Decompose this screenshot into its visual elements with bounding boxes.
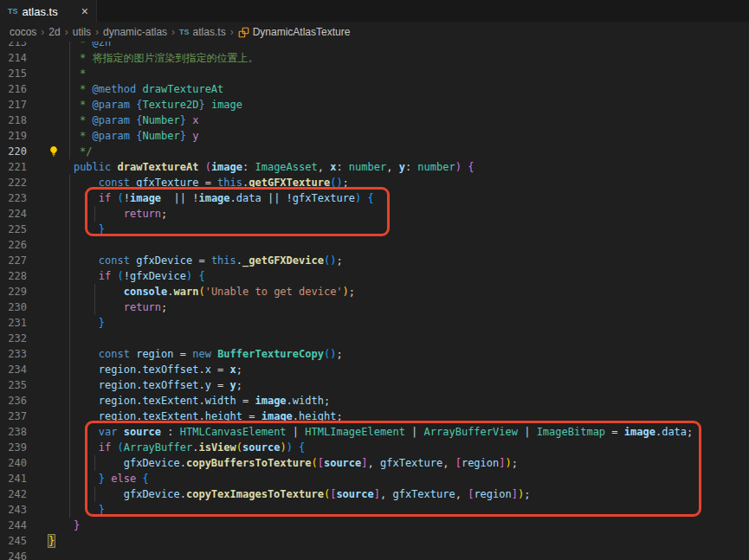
breadcrumb-item-cocos[interactable]: cocos xyxy=(10,26,36,38)
code-text: * @param {Number} y xyxy=(48,128,198,144)
code-text: const region = new BufferTextureCopy(); xyxy=(48,346,343,362)
code-line[interactable]: 242 gfxDevice.copyTexImagesToTexture([so… xyxy=(0,486,749,502)
code-line[interactable]: 230 return; xyxy=(0,299,749,315)
line-number: 220 xyxy=(0,144,43,159)
breadcrumb-item-file[interactable]: atlas.ts xyxy=(193,26,226,38)
code-line[interactable]: 225 } xyxy=(0,222,749,237)
code-text: if (!gfxDevice) { xyxy=(48,268,205,284)
code-line[interactable]: 234 region.texOffset.x = x; xyxy=(0,362,749,377)
code-text: if (ArrayBuffer.isView(source)) { xyxy=(48,440,305,455)
line-number: 230 xyxy=(0,299,43,315)
line-number: 224 xyxy=(0,206,43,222)
code-line[interactable]: 232 xyxy=(0,331,749,346)
breadcrumb-item-utils[interactable]: utils xyxy=(73,26,91,38)
code-text: const gfxDevice = this._getGFXDevice(); xyxy=(48,253,343,268)
line-number: 232 xyxy=(0,331,43,346)
line-number: 218 xyxy=(0,113,43,128)
code-line[interactable]: 228 if (!gfxDevice) { xyxy=(0,268,749,284)
indent-guide xyxy=(94,455,95,471)
code-line[interactable]: 214 * 将指定的图片渲染到指定的位置上。 xyxy=(0,50,749,66)
code-line[interactable]: 218 * @param {Number} x xyxy=(0,113,749,128)
line-number: 231 xyxy=(0,315,43,331)
code-line[interactable]: 215 * xyxy=(0,66,749,81)
typescript-file-icon: TS xyxy=(8,7,18,16)
code-line[interactable]: 231 } xyxy=(0,315,749,331)
vscode-window: TS atlas.ts × cocos›2d›utils›dynamic-atl… xyxy=(0,0,749,560)
line-number: 221 xyxy=(0,159,43,175)
code-line[interactable]: 236 region.texExtent.width = image.width… xyxy=(0,393,749,409)
breadcrumb-item-2d[interactable]: 2d xyxy=(48,26,60,38)
code-line[interactable]: 223 if (!image || !image.data || !gfxTex… xyxy=(0,190,749,206)
code-text: public drawTextureAt (image: ImageAsset,… xyxy=(48,159,474,175)
breadcrumb-item-dynamic-atlas[interactable]: dynamic-atlas xyxy=(103,26,167,38)
line-number: 233 xyxy=(0,346,43,362)
code-text: * xyxy=(48,66,86,81)
code-line[interactable]: 213 * @zh xyxy=(0,42,749,50)
breadcrumb-item-symbol[interactable]: DynamicAtlasTexture xyxy=(253,26,351,38)
indent-guide xyxy=(69,42,70,159)
line-number: 228 xyxy=(0,268,43,284)
code-line[interactable]: 245} xyxy=(0,533,749,549)
code-line[interactable]: 229 console.warn('Unable to get device')… xyxy=(0,284,749,299)
breadcrumb-separator: › xyxy=(65,26,68,38)
code-text: } else { xyxy=(48,471,149,486)
tab-atlas-ts[interactable]: TS atlas.ts × xyxy=(0,0,97,23)
code-line[interactable]: 219 * @param {Number} y xyxy=(0,128,749,144)
code-text: } xyxy=(48,222,105,237)
line-number: 222 xyxy=(0,175,43,190)
line-number: 223 xyxy=(0,190,43,206)
code-text: return; xyxy=(48,206,167,222)
code-line[interactable]: 237 region.texExtent.height = image.heig… xyxy=(0,409,749,424)
line-number: 215 xyxy=(0,66,43,81)
code-line[interactable]: 239 if (ArrayBuffer.isView(source)) { xyxy=(0,440,749,455)
line-number: 245 xyxy=(0,533,43,549)
line-number: 237 xyxy=(0,409,43,424)
lightbulb-icon[interactable] xyxy=(48,145,60,158)
code-editor[interactable]: 213 * @zh214 * 将指定的图片渲染到指定的位置上。215 *216 … xyxy=(0,42,749,560)
code-text: } xyxy=(48,533,55,549)
code-text: region.texOffset.x = x; xyxy=(48,362,242,377)
line-number: 214 xyxy=(0,50,43,66)
code-line[interactable]: 246 xyxy=(0,549,749,560)
code-line[interactable]: 217 * @param {Texture2D} image xyxy=(0,97,749,113)
breadcrumb-separator: › xyxy=(95,26,99,38)
line-number: 236 xyxy=(0,393,43,409)
code-text: * 将指定的图片渲染到指定的位置上。 xyxy=(48,50,259,66)
code-line[interactable]: 238 var source : HTMLCanvasElement | HTM… xyxy=(0,424,749,440)
code-text: gfxDevice.copyTexImagesToTexture([source… xyxy=(48,486,530,502)
code-text: } xyxy=(48,315,105,331)
code-text: * @method drawTextureAt xyxy=(48,81,223,97)
code-text: gfxDevice.copyBuffersToTexture([source],… xyxy=(48,455,518,471)
indent-guide xyxy=(94,486,95,502)
line-number: 240 xyxy=(0,455,43,471)
code-line[interactable]: 240 gfxDevice.copyBuffersToTexture([sour… xyxy=(0,455,749,471)
code-line[interactable]: 224 return; xyxy=(0,206,749,222)
code-line[interactable]: 233 const region = new BufferTextureCopy… xyxy=(0,346,749,362)
code-line[interactable]: 222 const gfxTexture = this.getGFXTextur… xyxy=(0,175,749,190)
line-number: 241 xyxy=(0,471,43,486)
code-line[interactable]: 243 } xyxy=(0,502,749,518)
code-line[interactable]: 241 } else { xyxy=(0,471,749,486)
line-number: 238 xyxy=(0,424,43,440)
line-number: 246 xyxy=(0,549,43,560)
code-line[interactable]: 220 */ xyxy=(0,144,749,159)
typescript-file-icon: TS xyxy=(179,28,190,36)
indent-guide xyxy=(94,284,95,315)
code-text: } xyxy=(48,502,105,518)
code-text: } xyxy=(48,518,80,533)
line-number: 216 xyxy=(0,81,43,97)
code-text: return; xyxy=(48,299,167,315)
code-line[interactable]: 216 * @method drawTextureAt xyxy=(0,81,749,97)
close-icon[interactable]: × xyxy=(81,5,88,17)
line-number: 234 xyxy=(0,362,43,377)
code-line[interactable]: 221 public drawTextureAt (image: ImageAs… xyxy=(0,159,749,175)
code-line[interactable]: 226 xyxy=(0,237,749,253)
code-line[interactable]: 227 const gfxDevice = this._getGFXDevice… xyxy=(0,253,749,268)
breadcrumb-separator: › xyxy=(41,26,44,38)
code-line[interactable]: 235 region.texOffset.y = y; xyxy=(0,377,749,393)
code-text: const gfxTexture = this.getGFXTexture(); xyxy=(48,175,349,190)
line-number: 227 xyxy=(0,253,43,268)
code-line[interactable]: 244 } xyxy=(0,518,749,533)
line-number: 239 xyxy=(0,440,43,455)
code-text: if (!image || !image.data || !gfxTexture… xyxy=(48,190,374,206)
